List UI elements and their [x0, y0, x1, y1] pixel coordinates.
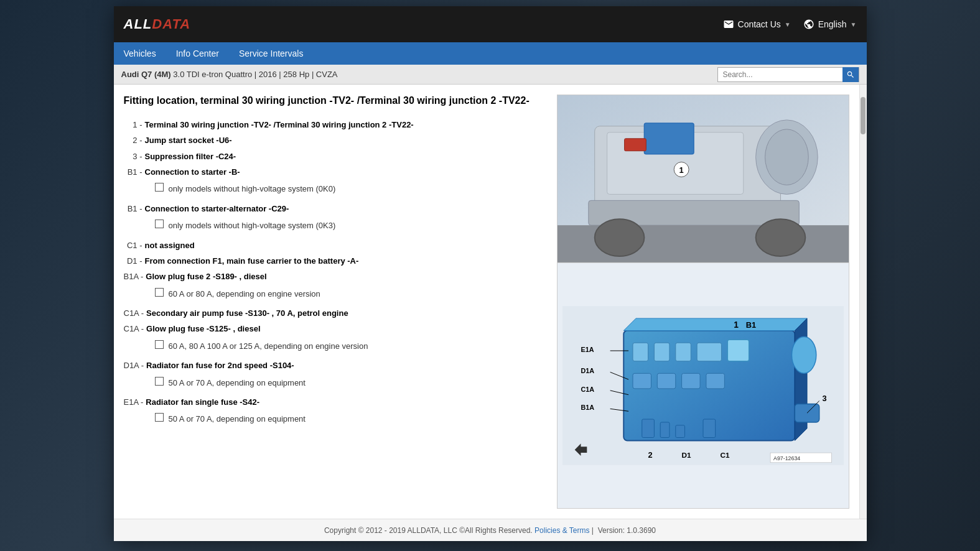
svg-rect-23 [657, 373, 675, 389]
sub-item: 50 A or 70 A, depending on equipment [155, 376, 547, 390]
sub-item: 50 A or 70 A, depending on equipment [155, 412, 547, 426]
svg-rect-24 [681, 373, 699, 389]
svg-rect-3 [644, 123, 694, 154]
svg-rect-17 [633, 343, 648, 361]
language-button[interactable]: English ▼ [803, 19, 857, 30]
checkbox-icon [155, 377, 164, 386]
checkbox-icon [155, 183, 164, 192]
logo: ALLDATA [124, 16, 191, 32]
footer: Copyright © 2012 - 2019 ALLDATA, LLC ©Al… [114, 519, 867, 541]
svg-rect-20 [697, 343, 721, 361]
svg-text:C1A: C1A [581, 386, 594, 393]
svg-text:A97-12634: A97-12634 [773, 455, 800, 461]
svg-text:1: 1 [679, 165, 683, 175]
sub-header: Audi Q7 (4M) 3.0 TDI e-tron Quattro | 20… [114, 65, 867, 85]
checkbox-icon [155, 340, 164, 349]
checkbox-icon [155, 413, 164, 422]
scrollbar[interactable] [859, 85, 867, 519]
svg-rect-22 [633, 373, 651, 389]
list-item: 1 - Terminal 30 wiring junction -TV2- /T… [124, 118, 547, 132]
svg-rect-4 [624, 139, 646, 151]
scroll-thumb[interactable] [861, 97, 866, 134]
svg-rect-27 [660, 422, 670, 438]
svg-text:B1A: B1A [581, 404, 594, 411]
policies-terms-link[interactable]: Policies & Terms [534, 526, 589, 535]
svg-rect-26 [642, 419, 654, 437]
contact-us-button[interactable]: Contact Us ▼ [723, 19, 791, 30]
list-item: C1A - Secondary air pump fuse -S130- , 7… [124, 306, 547, 320]
svg-rect-29 [703, 419, 716, 437]
list-item: C1 - not assigned [124, 238, 547, 252]
header-right: Contact Us ▼ English ▼ [723, 19, 857, 30]
sub-item: only models without high-voltage system … [155, 218, 547, 233]
list-item: D1 - From connection F1, main fuse carri… [124, 254, 547, 268]
svg-text:B1: B1 [745, 320, 755, 330]
list-item: E1A - Radiator fan single fuse -S42- [124, 395, 547, 409]
logo-text: ALLDATA [124, 16, 191, 32]
header: ALLDATA Contact Us ▼ English ▼ [114, 6, 867, 42]
search-box [717, 67, 859, 82]
vehicle-details: 3.0 TDI e-tron Quattro | 2016 | 258 Hp |… [173, 70, 337, 79]
sub-item: 60 A or 80 A, depending on engine versio… [155, 287, 547, 301]
search-icon [846, 70, 855, 79]
nav-service-intervals[interactable]: Service Intervals [229, 42, 313, 65]
svg-text:3: 3 [822, 394, 826, 403]
search-button[interactable] [842, 67, 859, 82]
svg-text:2: 2 [648, 450, 652, 460]
sub-item: only models without high-voltage system … [155, 182, 547, 196]
main-content: Fitting location, terminal 30 wiring jun… [114, 85, 859, 519]
fuse-box-svg: 1 B1 E1A D1A C1A [562, 268, 844, 503]
svg-marker-15 [623, 318, 807, 331]
svg-point-11 [594, 219, 644, 256]
svg-point-8 [765, 129, 808, 185]
app-window: ALLDATA Contact Us ▼ English ▼ Vehicles [114, 6, 867, 541]
version-text: Version: 1.0.3690 [598, 526, 656, 535]
svg-text:C1: C1 [720, 451, 730, 459]
svg-rect-18 [654, 343, 670, 361]
checkbox-icon [155, 220, 164, 228]
content-area: Fitting location, terminal 30 wiring jun… [114, 85, 867, 519]
engine-bay-diagram: 1 [558, 95, 849, 263]
list-item: B1A - Glow plug fuse 2 -S189- , diesel [124, 269, 547, 284]
content-list: 1 - Terminal 30 wiring junction -TV2- /T… [124, 118, 547, 427]
svg-point-30 [791, 336, 816, 373]
list-item: B1 - Connection to starter-alternator -C… [124, 201, 547, 216]
svg-text:1: 1 [734, 320, 739, 330]
svg-text:D1: D1 [681, 451, 691, 459]
svg-rect-31 [795, 404, 819, 422]
svg-text:D1A: D1A [581, 367, 594, 374]
svg-point-12 [755, 219, 805, 256]
globe-icon [803, 19, 814, 30]
outer-background: ALLDATA Contact Us ▼ English ▼ Vehicles [0, 0, 980, 551]
search-input[interactable] [718, 68, 842, 81]
svg-rect-21 [727, 340, 749, 361]
language-chevron-icon: ▼ [851, 21, 857, 28]
diagram-panel: 1 [557, 95, 849, 509]
nav-info-center[interactable]: Info Center [166, 42, 229, 65]
fuse-box-diagram: 1 B1 E1A D1A C1A [558, 263, 849, 508]
language-label: English [818, 19, 847, 29]
list-item: B1 - Connection to starter -B- [124, 165, 547, 179]
list-item: C1A - Glow plug fuse -S125- , diesel [124, 322, 547, 336]
svg-rect-25 [706, 373, 724, 389]
mail-icon [723, 19, 734, 30]
contact-us-label: Contact Us [738, 19, 781, 29]
list-item: 2 - Jump start socket -U6- [124, 133, 547, 147]
nav-vehicles[interactable]: Vehicles [114, 42, 166, 65]
checkbox-icon [155, 288, 164, 297]
nav-bar: Vehicles Info Center Service Intervals [114, 42, 867, 65]
vehicle-info: Audi Q7 (4M) 3.0 TDI e-tron Quattro | 20… [121, 70, 338, 79]
vehicle-model: Audi Q7 (4M) [121, 70, 171, 79]
list-item: 3 - Suppression filter -C24- [124, 149, 547, 164]
page-title: Fitting location, terminal 30 wiring jun… [124, 95, 547, 108]
svg-rect-19 [675, 343, 691, 361]
contact-chevron-icon: ▼ [785, 21, 791, 28]
copyright-text: Copyright © 2012 - 2019 ALLDATA, LLC ©Al… [324, 526, 533, 535]
sub-item: 60 A, 80 A 100 A or 125 A, depending on … [155, 339, 547, 353]
list-item: D1A - Radiator fan fuse for 2nd speed -S… [124, 358, 547, 373]
text-content: Fitting location, terminal 30 wiring jun… [124, 95, 547, 509]
svg-text:E1A: E1A [581, 346, 594, 353]
svg-rect-28 [675, 425, 684, 438]
engine-bay-svg: 1 [558, 95, 849, 262]
